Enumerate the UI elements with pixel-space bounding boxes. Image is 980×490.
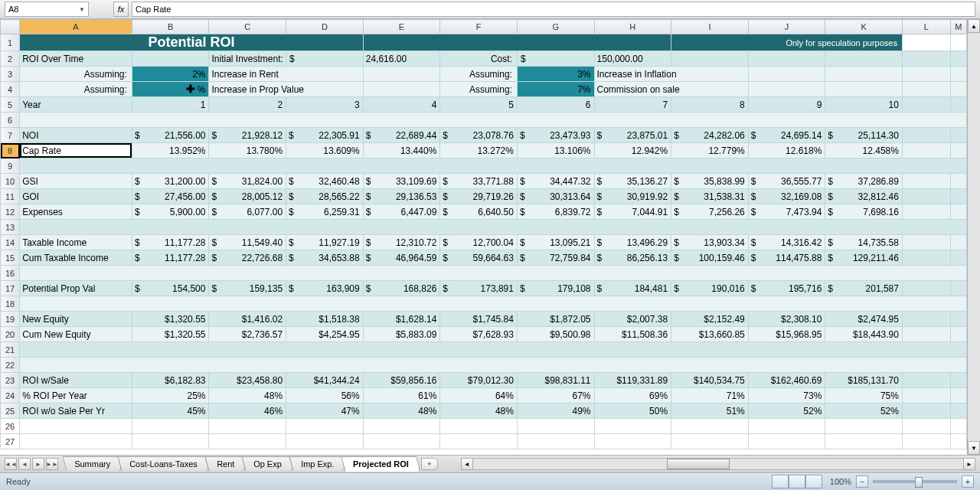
cell[interactable]: 52% [825, 403, 903, 419]
cell[interactable]: 13.609% [286, 143, 364, 158]
cell[interactable]: $59,664.63 [440, 250, 518, 266]
cell[interactable]: $6,259.31 [286, 204, 364, 220]
cell[interactable]: 64% [440, 388, 518, 403]
cell[interactable]: 13.440% [363, 143, 440, 158]
cell[interactable]: $28,565.22 [286, 189, 364, 204]
vertical-scrollbar[interactable]: ▲ ▼ [967, 19, 980, 455]
cell[interactable]: $46,964.59 [363, 250, 440, 266]
cell[interactable]: $14,316.42 [748, 235, 825, 250]
cell[interactable]: $24,695.14 [748, 128, 825, 143]
cell[interactable]: 67% [517, 388, 594, 403]
cell[interactable]: 12.458% [825, 143, 903, 158]
cell[interactable]: $24,282.06 [671, 128, 749, 143]
cell[interactable]: $6,640.50 [440, 204, 518, 220]
cell[interactable]: $1,320.55 [132, 312, 209, 327]
spreadsheet-grid[interactable]: A BC DE FG HI JK LM 1 Potential ROI Only… [0, 19, 967, 455]
cell[interactable]: $7,473.94 [748, 204, 825, 220]
cell[interactable]: $140,534.75 [671, 373, 749, 388]
cell[interactable]: $86,256.13 [594, 250, 671, 266]
cell[interactable]: $2,007.38 [594, 312, 671, 327]
cell[interactable]: 13.952% [132, 143, 209, 158]
cell[interactable]: $163,909 [286, 281, 364, 296]
cell[interactable]: 51% [671, 403, 749, 419]
cell[interactable]: $32,460.48 [286, 174, 364, 189]
cell[interactable]: 12.779% [671, 143, 749, 158]
cell[interactable]: $173,891 [440, 281, 518, 296]
cell[interactable]: $98,831.11 [517, 373, 594, 388]
select-all-corner[interactable] [1, 20, 20, 34]
cell[interactable]: $23,473.93 [517, 128, 594, 143]
cell[interactable]: $11,927.19 [286, 235, 364, 250]
cell[interactable]: 71% [671, 388, 749, 403]
cell[interactable]: $31,200.00 [132, 174, 209, 189]
cell[interactable]: $35,838.99 [671, 174, 749, 189]
cell[interactable]: $14,735.58 [825, 235, 903, 250]
cell[interactable]: $35,136.27 [594, 174, 671, 189]
cell[interactable]: $12,310.72 [363, 235, 440, 250]
cell[interactable]: $21,928.12 [209, 128, 286, 143]
cell[interactable]: $32,812.46 [825, 189, 903, 204]
cell[interactable]: 48% [440, 403, 518, 419]
tab-nav[interactable]: ◄◄◄ ►►► [5, 458, 58, 470]
cell[interactable]: $1,518.38 [286, 312, 364, 327]
sheet-tab[interactable]: Projected ROI [341, 456, 420, 472]
cell[interactable]: $18,443.90 [825, 327, 903, 342]
cell[interactable]: $34,447.32 [517, 174, 594, 189]
cell[interactable]: 56% [286, 388, 364, 403]
cell[interactable]: 46% [209, 403, 286, 419]
selected-cell[interactable]: Cap Rate [20, 143, 132, 158]
cell[interactable]: $29,719.26 [440, 189, 518, 204]
sheet-tab[interactable]: Rent [204, 456, 246, 471]
cell[interactable]: $7,044.91 [594, 204, 671, 220]
cell[interactable]: $29,136.53 [363, 189, 440, 204]
cell[interactable]: $23,458.80 [209, 373, 286, 388]
cell[interactable]: $5,900.00 [132, 204, 209, 220]
column-headers[interactable]: A BC DE FG HI JK LM [1, 20, 967, 34]
view-buttons[interactable] [772, 475, 822, 488]
cell[interactable]: $22,726.68 [209, 250, 286, 266]
cell[interactable]: $1,320.55 [132, 327, 209, 342]
cell[interactable]: $185,131.70 [825, 373, 903, 388]
cell[interactable]: $23,875.01 [594, 128, 671, 143]
cell[interactable]: $27,456.00 [132, 189, 209, 204]
cell[interactable]: 61% [363, 388, 440, 403]
cell[interactable]: 47% [286, 403, 364, 419]
cell[interactable]: $2,308.10 [748, 312, 825, 327]
cell[interactable]: 50% [594, 403, 671, 419]
horizontal-scrollbar[interactable]: ◄ ► [461, 458, 975, 470]
sheet-tab[interactable]: Imp Exp. [289, 456, 345, 471]
cell[interactable]: $162,460.69 [748, 373, 825, 388]
cell[interactable]: $31,824.00 [209, 174, 286, 189]
sheet-tab[interactable]: Summary [62, 456, 122, 471]
cell[interactable]: $11,508.36 [594, 327, 671, 342]
cell[interactable]: $31,538.31 [671, 189, 749, 204]
cell[interactable]: $22,305.91 [286, 128, 364, 143]
editing-cell[interactable]: %✚ [132, 82, 209, 97]
cell[interactable]: 25% [132, 388, 209, 403]
cell[interactable]: $6,077.00 [209, 204, 286, 220]
cell[interactable]: $33,771.88 [440, 174, 518, 189]
cell[interactable]: $28,005.12 [209, 189, 286, 204]
cell[interactable]: 13.780% [209, 143, 286, 158]
cell[interactable]: 13.272% [440, 143, 518, 158]
cell[interactable]: $13,095.21 [517, 235, 594, 250]
fx-button[interactable]: fx [113, 2, 129, 17]
cell[interactable]: $59,856.16 [363, 373, 440, 388]
cell[interactable]: 49% [517, 403, 594, 419]
cell[interactable]: $79,012.30 [440, 373, 518, 388]
cell[interactable]: $184,481 [594, 281, 671, 296]
row-header[interactable]: 1 [1, 34, 20, 51]
cell[interactable]: $9,500.98 [517, 327, 594, 342]
cell[interactable]: $22,689.44 [363, 128, 440, 143]
cell[interactable]: $34,653.88 [286, 250, 364, 266]
cell[interactable]: $11,177.28 [132, 250, 209, 266]
cell[interactable]: $159,135 [209, 281, 286, 296]
cell[interactable]: $6,839.72 [517, 204, 594, 220]
cell[interactable]: $2,474.95 [825, 312, 903, 327]
cell[interactable]: $195,716 [748, 281, 825, 296]
cell[interactable]: $12,700.04 [440, 235, 518, 250]
cell[interactable]: 12.618% [748, 143, 825, 158]
new-sheet-button[interactable]: ✦ [421, 458, 438, 470]
zoom-control[interactable]: 100% − + [830, 475, 974, 488]
cell[interactable]: $21,556.00 [132, 128, 209, 143]
